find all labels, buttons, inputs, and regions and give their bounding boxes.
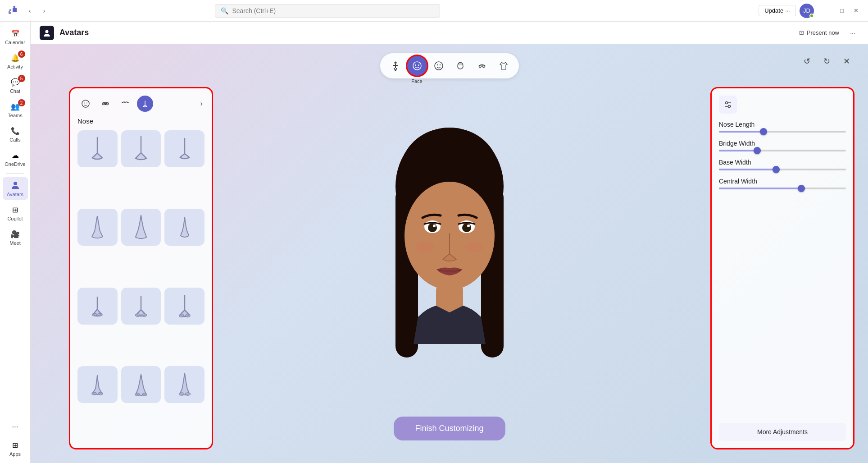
content-area: Avatars ⊡ Present now ···: [31, 22, 868, 463]
svg-point-16: [479, 65, 481, 68]
sidebar-item-meet[interactable]: 🎥 Meet: [3, 226, 28, 248]
svg-point-4: [394, 62, 396, 64]
accessories-tab-button[interactable]: [472, 56, 492, 76]
sidebar-item-label: Chat: [10, 88, 20, 94]
maximize-button[interactable]: □: [836, 5, 848, 17]
bridge-width-thumb[interactable]: [754, 147, 761, 154]
search-bar[interactable]: 🔍: [215, 4, 440, 18]
sidebar-divider: [6, 173, 24, 174]
svg-point-29: [179, 314, 184, 317]
more-icon: ···: [10, 422, 21, 432]
nose-item-7[interactable]: [77, 288, 118, 325]
svg-point-10: [415, 64, 416, 66]
sidebar-item-label: Teams: [8, 113, 22, 118]
top-right-controls: ↺ ↻ ✕: [799, 53, 854, 69]
calls-icon: 📞: [10, 125, 21, 136]
sidebar-item-calls[interactable]: 📞 Calls: [3, 123, 28, 145]
present-icon: ⊡: [799, 29, 804, 36]
svg-line-8: [395, 68, 397, 71]
sidebar-item-label: Avatars: [7, 192, 23, 197]
nose-item-5[interactable]: [121, 209, 161, 246]
redo-button[interactable]: ↻: [818, 53, 835, 69]
central-width-track[interactable]: [719, 188, 846, 189]
nose-item-9[interactable]: [164, 288, 205, 325]
svg-point-35: [179, 393, 184, 395]
back-button[interactable]: ‹: [23, 5, 36, 17]
expressions-tab-button[interactable]: [429, 56, 449, 76]
sidebar-item-activity[interactable]: 🔔 6 Activity: [3, 50, 28, 72]
nose-item-6[interactable]: [164, 209, 205, 246]
sidebar-item-more[interactable]: ···: [3, 419, 28, 435]
base-width-thumb[interactable]: [773, 166, 780, 173]
svg-point-3: [45, 30, 49, 33]
close-customization-button[interactable]: ✕: [838, 53, 854, 69]
hair-tab-button[interactable]: [450, 56, 470, 76]
forward-button[interactable]: ›: [38, 5, 50, 17]
sidebar-item-onedrive[interactable]: ☁ OneDrive: [3, 147, 28, 170]
clothing-tab-button[interactable]: [494, 56, 514, 76]
face-tab-container: Face: [407, 56, 427, 76]
avatars-icon: [10, 180, 21, 191]
svg-point-46: [462, 223, 471, 232]
adjustments-icon-button[interactable]: [719, 96, 737, 114]
face-tab-label: Face: [411, 78, 422, 84]
base-width-section: Base Width: [719, 159, 846, 170]
central-width-label: Central Width: [719, 178, 846, 185]
svg-point-28: [141, 314, 146, 316]
sidebar-item-label: Activity: [7, 64, 23, 69]
search-input[interactable]: [232, 7, 434, 14]
central-width-section: Central Width: [719, 178, 846, 189]
more-options-button[interactable]: ···: [846, 27, 859, 39]
sidebar-item-copilot[interactable]: ⊞ Copilot: [3, 202, 28, 224]
nose-tab[interactable]: [137, 96, 153, 112]
undo-button[interactable]: ↺: [799, 53, 815, 69]
sidebar-item-apps[interactable]: ⊞ Apps: [3, 437, 28, 459]
teams-badge: 2: [18, 99, 25, 106]
present-now-button[interactable]: ⊡ Present now: [795, 28, 843, 38]
nose-item-12[interactable]: [164, 366, 205, 403]
avatar-center: [337, 101, 562, 407]
eyebrows-tab[interactable]: [117, 96, 133, 112]
nose-item-1[interactable]: [77, 130, 118, 167]
nose-length-track[interactable]: [719, 131, 846, 133]
nose-item-3[interactable]: [164, 130, 205, 167]
central-width-thumb[interactable]: [798, 185, 805, 192]
nose-length-thumb[interactable]: [760, 128, 767, 135]
face-tab-button[interactable]: [407, 56, 427, 76]
face-tab-next[interactable]: ›: [199, 98, 205, 110]
nose-item-11[interactable]: [121, 366, 161, 403]
eyes-tab[interactable]: [97, 96, 114, 112]
left-panel: › Nose: [69, 87, 213, 449]
svg-point-11: [418, 64, 419, 66]
sidebar-item-teams[interactable]: 👥 2 Teams: [3, 98, 28, 121]
sidebar-item-avatars[interactable]: Avatars: [3, 177, 28, 200]
base-width-track[interactable]: [719, 169, 846, 170]
body-tab-button[interactable]: [386, 56, 405, 76]
svg-point-0: [14, 5, 16, 8]
sidebar-item-label: OneDrive: [5, 161, 25, 167]
copilot-icon: ⊞: [10, 204, 21, 215]
sidebar-item-calendar[interactable]: 📅 Calendar: [3, 25, 28, 48]
bridge-width-label: Bridge Width: [719, 140, 846, 147]
close-button[interactable]: ✕: [850, 5, 863, 17]
teams-logo: [5, 4, 20, 18]
svg-point-30: [186, 314, 190, 317]
bridge-width-track[interactable]: [719, 150, 846, 151]
svg-point-50: [465, 242, 483, 252]
svg-point-24: [106, 103, 108, 105]
face-shape-tab[interactable]: [77, 96, 94, 112]
update-button[interactable]: Update ···: [759, 5, 796, 16]
minimize-button[interactable]: —: [821, 5, 834, 17]
user-avatar[interactable]: JD: [800, 4, 814, 18]
nose-item-10[interactable]: [77, 366, 118, 403]
nose-item-8[interactable]: [121, 288, 161, 325]
chat-badge: 5: [18, 75, 25, 82]
sidebar-item-label: Copilot: [7, 216, 23, 221]
nose-item-2[interactable]: [121, 130, 161, 167]
more-adjustments-button[interactable]: More Adjustments: [719, 423, 846, 441]
nose-item-4[interactable]: [77, 209, 118, 246]
right-panel: Nose Length Bridge Width Bas: [710, 87, 854, 449]
meet-icon: 🎥: [10, 229, 21, 239]
finish-customizing-button[interactable]: Finish Customizing: [393, 417, 505, 440]
sidebar-item-chat[interactable]: 💬 5 Chat: [3, 74, 28, 96]
